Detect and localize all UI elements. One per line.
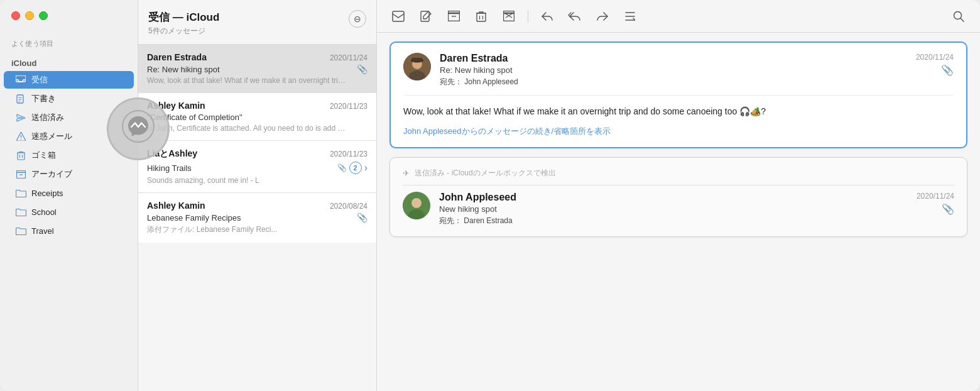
sidebar-item-inbox[interactable]: 受信 (4, 71, 134, 89)
reply-all-button[interactable] (566, 8, 584, 25)
secondary-to-value: Daren Estrada (464, 216, 512, 225)
folder-receipts-icon (15, 187, 26, 199)
svg-rect-26 (504, 11, 514, 14)
sidebar-item-label-sent: 送信済み (31, 112, 64, 123)
email-preview: Sounds amazing, count me in! - L (147, 176, 348, 185)
more-button[interactable] (621, 8, 639, 25)
email-sender-name: Daren Estrada (440, 53, 907, 64)
archive-icon (15, 168, 26, 180)
email-meta: Daren Estrada Re: New hiking spot 宛先： Jo… (440, 53, 907, 87)
minimize-button[interactable] (25, 11, 34, 20)
compose-button[interactable] (417, 8, 435, 25)
email-preview: Wow, look at that lake! What if we make … (147, 76, 348, 85)
attachment-icon: 📎 (357, 64, 368, 74)
secondary-info-bar: ✈ 送信済み - iCloudのメールボックスで検出 (403, 168, 954, 185)
email-subject: Lebanese Family Recipes (147, 213, 241, 223)
primary-email-card: Daren Estrada Re: New hiking spot 宛先： Jo… (389, 41, 967, 148)
sidebar-item-label-receipts: Receipts (31, 189, 63, 198)
junk-icon (15, 131, 26, 142)
svg-rect-0 (16, 75, 26, 82)
email-row[interactable]: Daren Estrada 2020/11/24 Re: New hiking … (138, 45, 376, 93)
attachment-chevron-icon: › (364, 162, 368, 173)
sidebar-item-receipts[interactable]: Receipts (4, 184, 134, 202)
svg-line-28 (961, 18, 964, 21)
attachment-clip-icon: 📎 (337, 163, 347, 172)
reply-button[interactable] (538, 8, 556, 25)
secondary-sender-name: John Appleseed (439, 192, 908, 203)
secondary-email-subject: New hiking spot (439, 204, 908, 214)
to-label: 宛先： (440, 77, 462, 86)
toolbar-separator (528, 10, 528, 23)
email-row[interactable]: Ashley Kamin 2020/11/23 "Certificate of … (138, 93, 376, 141)
folder-travel-icon (15, 225, 26, 236)
secondary-email-to: 宛先： Daren Estrada (439, 216, 908, 226)
detail-content: Daren Estrada Re: New hiking spot 宛先： Jo… (377, 33, 980, 391)
email-sender: Daren Estrada (147, 52, 207, 62)
email-meta-subject: Re: New hiking spot (440, 65, 907, 75)
sent-info-icon: ✈ (403, 168, 410, 178)
close-button[interactable] (11, 11, 20, 20)
messenger-circle (107, 97, 170, 160)
email-attach-icon: 📎 (916, 64, 954, 76)
panel-header: 受信 — iCloud 5件のメッセージ ⊖ (138, 0, 376, 45)
sidebar-item-label-junk: 迷惑メール (31, 131, 72, 142)
secondary-email-card-header: John Appleseed New hiking spot 宛先： Daren… (403, 192, 954, 226)
email-date: 2020/08/24 (330, 202, 368, 211)
to-value: John Appleseed (464, 77, 518, 86)
email-preview: Hi John, Certificate is attached. All yo… (147, 124, 348, 133)
draft-icon (15, 93, 26, 104)
sidebar-item-label-school: School (31, 207, 57, 217)
email-sender: Ashley Kamin (147, 201, 205, 211)
sidebar-item-archive[interactable]: アーカイブ (4, 165, 134, 183)
sidebar-item-school[interactable]: School (4, 203, 134, 221)
secondary-attach-icon: 📎 (917, 203, 954, 215)
sidebar: よく使う項目 iCloud 受信 下書き (0, 0, 138, 391)
maximize-button[interactable] (39, 11, 48, 20)
sidebar-item-label-drafts: 下書き (31, 93, 56, 104)
forward-button[interactable] (594, 8, 611, 25)
email-list: Daren Estrada 2020/11/24 Re: New hiking … (138, 45, 376, 391)
search-button[interactable] (950, 8, 967, 25)
toolbar (377, 0, 980, 33)
svg-point-7 (20, 139, 21, 140)
detail-panel: Daren Estrada Re: New hiking spot 宛先： Jo… (377, 0, 980, 391)
archive-button[interactable] (445, 8, 462, 25)
svg-rect-17 (421, 11, 429, 21)
email-row[interactable]: Ashley Kamin 2020/08/24 Lebanese Family … (138, 193, 376, 243)
email-subject: Hiking Trails (147, 163, 192, 173)
panel-subtitle: 5件のメッセージ (148, 26, 219, 36)
sidebar-item-label-trash: ゴミ箱 (31, 150, 56, 161)
secondary-email-card: ✈ 送信済み - iCloudのメールボックスで検出 Joh (389, 157, 967, 237)
avatar-daren (403, 53, 431, 80)
secondary-email-meta: John Appleseed New hiking spot 宛先： Daren… (439, 192, 908, 226)
messenger-icon (122, 110, 155, 148)
sidebar-item-drafts[interactable]: 下書き (4, 90, 134, 107)
sidebar-section-label: よく使う項目 (0, 31, 138, 52)
junk-button[interactable] (500, 8, 518, 25)
email-row[interactable]: LiaとAshley 2020/11/23 Hiking Trails 📎 2 … (138, 141, 376, 193)
email-meta-to: 宛先： John Appleseed (440, 77, 907, 87)
show-more-link[interactable]: John Appleseedからのメッセージの続き/省略箇所を表示 (403, 126, 954, 137)
svg-rect-16 (393, 11, 404, 21)
svg-rect-13 (16, 170, 25, 172)
sidebar-item-travel[interactable]: Travel (4, 222, 134, 240)
delete-button[interactable] (472, 8, 490, 25)
svg-rect-25 (504, 13, 514, 21)
main-window: よく使う項目 iCloud 受信 下書き (0, 0, 980, 391)
svg-rect-18 (448, 13, 459, 21)
sidebar-group-label: iCloud (0, 52, 138, 70)
trash-icon (15, 150, 26, 161)
sidebar-item-label-archive: アーカイブ (31, 168, 72, 180)
attachment-badge: 📎 2 › (337, 162, 368, 174)
message-list-panel: 受信 — iCloud 5件のメッセージ ⊖ Daren Estrada 202… (138, 0, 377, 391)
svg-rect-19 (448, 11, 459, 14)
email-date: 2020/11/23 (330, 150, 368, 158)
folder-school-icon (15, 206, 26, 218)
new-message-button[interactable] (389, 8, 407, 25)
inbox-icon (15, 74, 26, 85)
sent-icon (15, 112, 26, 123)
email-subject: Re: New hiking spot (147, 65, 220, 74)
sidebar-item-label-travel: Travel (31, 226, 54, 236)
email-preview: 添付ファイル: Lebanese Family Reci... (147, 224, 348, 235)
filter-button[interactable]: ⊖ (349, 10, 366, 28)
